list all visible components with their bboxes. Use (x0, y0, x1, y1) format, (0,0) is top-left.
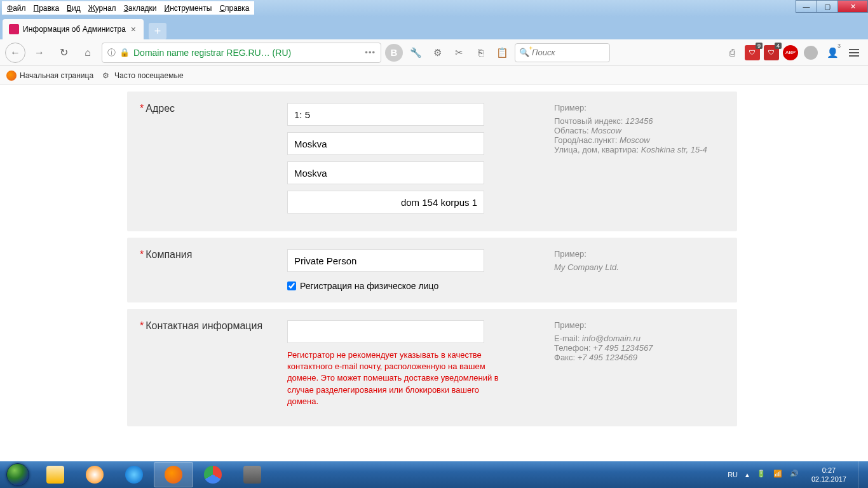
vk-icon[interactable]: B (385, 44, 403, 62)
tab-close-icon[interactable]: × (130, 24, 137, 34)
url-bar[interactable]: ⓘ 🔒 Domain name registrar REG.RU… (RU) •… (102, 43, 381, 63)
search-input[interactable] (532, 48, 606, 57)
menu-bookmarks[interactable]: Закладки (124, 4, 157, 13)
url-text: Domain name registrar REG.RU… (RU) (133, 48, 361, 58)
menu-history[interactable]: Журнал (88, 4, 116, 13)
forward-button[interactable]: → (29, 43, 50, 63)
devtools-icon[interactable]: 🔧 (407, 44, 424, 62)
paste-icon[interactable]: 📋 (493, 44, 511, 62)
copy-icon[interactable]: ⎘ (471, 44, 489, 62)
reload-button[interactable]: ↻ (53, 43, 74, 63)
chrome-icon (204, 466, 222, 484)
contact-email-field[interactable] (287, 320, 484, 343)
tab-title: Информация об Администра (23, 25, 126, 34)
library-icon[interactable]: ⎙ (723, 44, 741, 62)
back-button[interactable]: ← (5, 43, 25, 63)
firefox-taskbar-icon (165, 466, 182, 484)
lang-indicator[interactable]: RU (728, 471, 738, 478)
lock-icon: 🔒 (119, 48, 130, 57)
taskbar: RU ▲ 🔋 📶 🔊 0:27 02.12.2017 (0, 461, 868, 488)
ie-taskbar[interactable] (114, 462, 154, 487)
wmp-taskbar[interactable] (75, 462, 114, 487)
menu-view[interactable]: Вид (67, 4, 81, 13)
page-content[interactable]: *Адрес 1: 5 Moskva Moskva dom 154 korpus… (0, 85, 868, 461)
minimize-button[interactable]: — (796, 0, 817, 13)
battery-icon[interactable]: 🔋 (757, 470, 767, 480)
maximize-button[interactable]: ▢ (817, 0, 838, 13)
tab-favicon (9, 24, 19, 34)
ublock2-icon[interactable]: 🛡4 (764, 45, 779, 60)
company-field[interactable]: Private Person (287, 249, 484, 272)
address-label: *Адрес (140, 103, 287, 220)
tab-strip: Информация об Администра × + (0, 17, 868, 39)
search-box[interactable]: 🔍 (515, 43, 610, 62)
close-window-button[interactable]: ✕ (837, 0, 868, 13)
new-tab-button[interactable]: + (149, 23, 166, 39)
firefox-icon (6, 71, 17, 81)
adblock-icon[interactable]: ABP (783, 45, 798, 60)
info-icon[interactable]: ⓘ (107, 47, 116, 58)
bookmarks-bar: Начальная страница ⚙ Часто посещаемые (0, 66, 868, 85)
account-icon[interactable]: 👤3 (824, 44, 841, 62)
app-menu-button[interactable] (845, 44, 863, 62)
private-person-label: Регистрация на физическое лицо (300, 281, 438, 291)
wmp-icon (86, 466, 104, 484)
network-icon[interactable]: 📶 (773, 470, 783, 480)
bookmark-frequent[interactable]: ⚙ Часто посещаемые (102, 71, 184, 80)
ie-icon (125, 466, 143, 484)
app-taskbar[interactable] (233, 462, 272, 487)
address-hint: Пример: Почтовый индекс: 123456 Область:… (529, 103, 724, 220)
explorer-taskbar[interactable] (36, 462, 75, 487)
company-label: *Компания (140, 249, 287, 291)
contact-warning: Регистратор не рекомендует указывать в к… (287, 349, 503, 407)
nav-toolbar: ← → ↻ ⌂ ⓘ 🔒 Domain name registrar REG.RU… (0, 39, 868, 66)
menu-file[interactable]: Файл (7, 4, 26, 13)
company-hint: Пример: My Company Ltd. (529, 249, 724, 291)
address-section: *Адрес 1: 5 Moskva Moskva dom 154 korpus… (127, 92, 737, 231)
firefox-taskbar[interactable] (154, 462, 193, 487)
contact-hint: Пример: E-mail: info@domain.ru Телефон: … (529, 320, 724, 407)
menubar: Файл Правка Вид Журнал Закладки Инструме… (2, 1, 254, 15)
city-field[interactable]: Moskva (287, 161, 484, 184)
search-icon: 🔍 (519, 48, 529, 57)
company-section: *Компания Private Person Регистрация на … (127, 238, 737, 302)
volume-icon[interactable]: 🔊 (790, 470, 800, 480)
show-desktop-button[interactable] (858, 461, 865, 488)
window-titlebar: Файл Правка Вид Журнал Закладки Инструме… (0, 0, 868, 17)
cut-icon[interactable]: ✂ (450, 44, 468, 62)
contact-label: *Контактная информация (140, 320, 287, 407)
page-actions-icon[interactable]: ••• (365, 48, 376, 57)
menu-help[interactable]: Справка (219, 4, 249, 13)
ublock-icon[interactable]: 🛡9 (745, 45, 760, 60)
generic-app-icon (243, 466, 261, 484)
bookmark-home[interactable]: Начальная страница (6, 71, 93, 81)
zip-field[interactable]: 1: 5 (287, 103, 484, 126)
gear-icon: ⚙ (102, 71, 111, 80)
menu-tools[interactable]: Инструменты (165, 4, 212, 13)
system-tray: RU ▲ 🔋 📶 🔊 0:27 02.12.2017 (728, 461, 868, 488)
contact-section: *Контактная информация Регистратор не ре… (127, 309, 737, 426)
windows-orb-icon (6, 463, 29, 486)
menu-edit[interactable]: Правка (34, 4, 60, 13)
clock[interactable]: 0:27 02.12.2017 (806, 466, 851, 484)
folder-icon (46, 466, 64, 484)
browser-tab[interactable]: Информация об Администра × (3, 19, 144, 39)
tray-chevron-icon[interactable]: ▲ (744, 471, 750, 478)
region-field[interactable]: Moskva (287, 132, 484, 155)
private-person-checkbox[interactable] (287, 281, 296, 290)
home-button[interactable]: ⌂ (78, 43, 98, 63)
globe-icon[interactable] (802, 44, 820, 62)
settings-gear-icon[interactable]: ⚙ (428, 44, 446, 62)
start-button[interactable] (0, 461, 36, 488)
chrome-taskbar[interactable] (193, 462, 233, 487)
street-field[interactable]: dom 154 korpus 1 (287, 191, 484, 214)
